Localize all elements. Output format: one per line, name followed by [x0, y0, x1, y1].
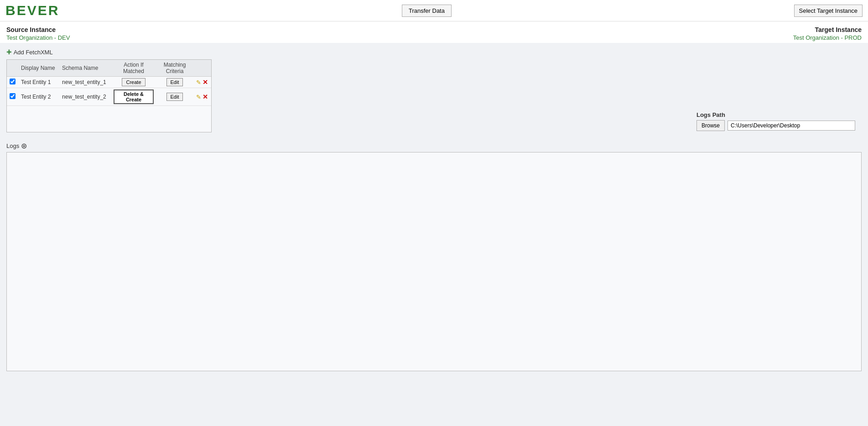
table-row: Test Entity 2 new_test_entity_2 Delete &… [7, 88, 211, 106]
delete-icon[interactable]: ✕ [203, 79, 208, 86]
action-cell: Create [111, 77, 156, 88]
col-display-name: Display Name [18, 60, 59, 77]
table-header-row: Display Name Schema Name Action If Match… [7, 60, 211, 77]
browse-button[interactable]: Browse [696, 120, 725, 131]
logs-header: Logs ⊛ [6, 142, 862, 150]
logs-path-section: Logs Path Browse [696, 111, 855, 131]
logs-section: Logs ⊛ [6, 142, 862, 373]
delete-icon[interactable]: ✕ [203, 93, 208, 100]
edit-matching-button[interactable]: Edit [166, 78, 183, 86]
add-fetchxml-button[interactable]: + Add FetchXML [6, 47, 53, 57]
instances-row: Source Instance Test Organization - DEV … [0, 21, 868, 43]
display-name-cell: Test Entity 2 [18, 88, 59, 106]
target-instance-value: Test Organization - PROD [793, 34, 862, 41]
source-instance-block: Source Instance Test Organization - DEV [6, 26, 70, 41]
edit-icon[interactable]: ✎ [196, 79, 201, 86]
logs-label: Logs [6, 142, 19, 149]
logs-path-label: Logs Path [696, 111, 855, 118]
main-content: + Add FetchXML Display Name Schema Name … [0, 43, 868, 377]
col-schema-name: Schema Name [59, 60, 111, 77]
row-icons-cell: ✎ ✕ [193, 77, 211, 88]
transfer-data-button[interactable]: Transfer Data [402, 5, 452, 17]
col-icons [193, 60, 211, 77]
action-button[interactable]: Delete & Create [114, 89, 154, 104]
add-fetchxml-label: Add FetchXML [14, 49, 53, 56]
target-instance-block: Target Instance Test Organization - PROD [793, 26, 862, 41]
fetchxml-tbody: Test Entity 1 new_test_entity_1 Create E… [7, 77, 211, 106]
target-instance-label: Target Instance [793, 26, 862, 33]
action-button[interactable]: Create [122, 78, 145, 86]
source-instance-label: Source Instance [6, 26, 70, 33]
fetchxml-table-container: Display Name Schema Name Action If Match… [6, 59, 212, 132]
table-row: Test Entity 1 new_test_entity_1 Create E… [7, 77, 211, 88]
edit-icon[interactable]: ✎ [196, 94, 201, 100]
matching-cell: Edit [156, 88, 193, 106]
col-matching: Matching Criteria [156, 60, 193, 77]
plus-icon: + [6, 47, 12, 57]
display-name-cell: Test Entity 1 [18, 77, 59, 88]
logo: BEVER [5, 3, 59, 18]
schema-name-cell: new_test_entity_1 [59, 77, 111, 88]
row-checkbox[interactable] [10, 79, 16, 84]
row-icons-cell: ✎ ✕ [193, 88, 211, 106]
select-target-button[interactable]: Select Target Instance [794, 5, 863, 17]
col-checkbox [7, 60, 18, 77]
col-action: Action If Matched [111, 60, 156, 77]
action-cell: Delete & Create [111, 88, 156, 106]
logs-icon: ⊛ [21, 142, 27, 150]
logs-path-row: Browse [696, 120, 855, 131]
source-instance-value: Test Organization - DEV [6, 34, 70, 41]
schema-name-cell: new_test_entity_2 [59, 88, 111, 106]
fetchxml-table: Display Name Schema Name Action If Match… [7, 60, 211, 106]
logs-textarea[interactable] [6, 152, 862, 371]
header: BEVER Transfer Data Select Target Instan… [0, 0, 868, 21]
edit-matching-button[interactable]: Edit [166, 93, 183, 101]
row-checkbox[interactable] [10, 93, 16, 99]
matching-cell: Edit [156, 77, 193, 88]
content-wrapper: + Add FetchXML Display Name Schema Name … [6, 47, 862, 373]
logs-path-input[interactable] [728, 121, 855, 131]
